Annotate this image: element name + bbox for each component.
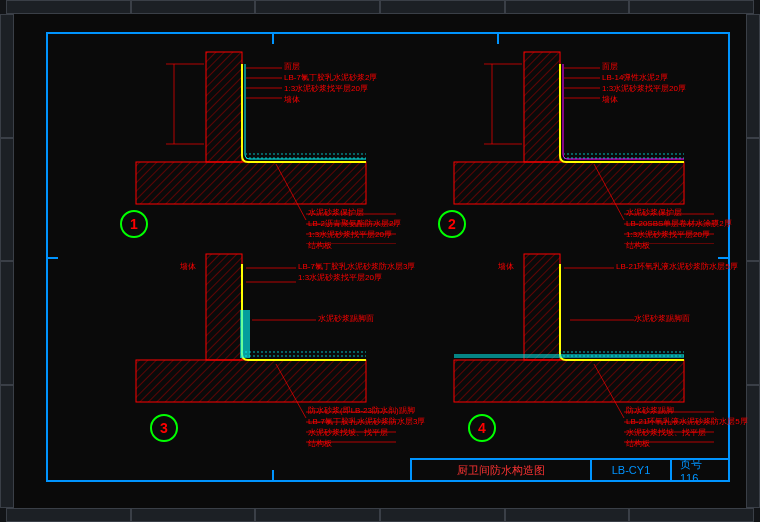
drawing-title: 厨卫间防水构造图 [410, 458, 590, 482]
labels-d1-bottom: 水泥砂浆保护层 LB-2沥青聚氨酯防水层2厚 1:3水泥砂浆找平层20厚 结构板 [308, 208, 401, 252]
svg-rect-18 [454, 162, 684, 204]
svg-rect-32 [206, 254, 242, 360]
ruler-right [746, 14, 760, 508]
drawing-canvas[interactable]: 1 2 3 4 面层 LB-7氯丁胶乳水泥砂浆2厚 1:3水泥砂浆找平层20厚 … [14, 14, 746, 508]
labels-d4-skirt: 水泥砂浆踢脚面 [634, 314, 690, 325]
svg-rect-19 [564, 152, 684, 160]
labels-d2-bottom: 水泥砂浆保护层 LB-20SBS单层卷材水涂膜2厚 1:3水泥砂浆找平层20厚 … [626, 208, 732, 252]
labels-d2-top: 面层 LB-14弹性水泥2厚 1:3水泥砂浆找平层20厚 墙体 [602, 62, 686, 106]
ruler-bottom [6, 508, 754, 522]
svg-rect-33 [136, 360, 366, 402]
ruler-left [0, 14, 14, 508]
labels-d1-top: 面层 LB-7氯丁胶乳水泥砂浆2厚 1:3水泥砂浆找平层20厚 墙体 [284, 62, 377, 106]
ruler-top [6, 0, 754, 14]
title-block: 厨卫间防水构造图 LB-CY1 页号116 [410, 458, 730, 482]
wall-label-d3: 墙体 [180, 262, 196, 272]
wall-label-d4: 墙体 [498, 262, 514, 272]
svg-rect-45 [454, 360, 684, 402]
labels-d3-skirt: 水泥砂浆踢脚面 [318, 314, 374, 325]
detail-number-1: 1 [120, 210, 148, 238]
svg-rect-2 [206, 52, 242, 162]
labels-d3-bottom: 防水砂浆(即LB-23防水剂)踢脚 LB-7氯丁胶乳水泥砂浆防水层3厚 水泥砂浆… [308, 406, 425, 450]
svg-rect-35 [240, 310, 250, 358]
detail-number-3: 3 [150, 414, 178, 442]
labels-d4-top: LB-21环氧乳液水泥砂浆防水层5厚 [616, 262, 738, 273]
labels-d3-top: LB-7氯丁胶乳水泥砂浆防水层3厚 1:3水泥砂浆找平层20厚 [298, 262, 415, 284]
labels-d4-bottom: 防水砂浆踢脚 LB-21环氧乳液水泥砂浆防水层5厚 水泥砂浆找坡、找平层 结构板 [626, 406, 748, 450]
drawing-code: LB-CY1 [590, 458, 670, 482]
svg-rect-3 [136, 162, 366, 204]
svg-rect-17 [524, 52, 560, 162]
svg-rect-34 [242, 350, 366, 358]
page-number: 页号116 [670, 458, 730, 482]
detail-number-4: 4 [468, 414, 496, 442]
svg-rect-47 [454, 354, 684, 358]
svg-rect-44 [524, 254, 560, 360]
svg-rect-4 [246, 152, 366, 160]
detail-number-2: 2 [438, 210, 466, 238]
